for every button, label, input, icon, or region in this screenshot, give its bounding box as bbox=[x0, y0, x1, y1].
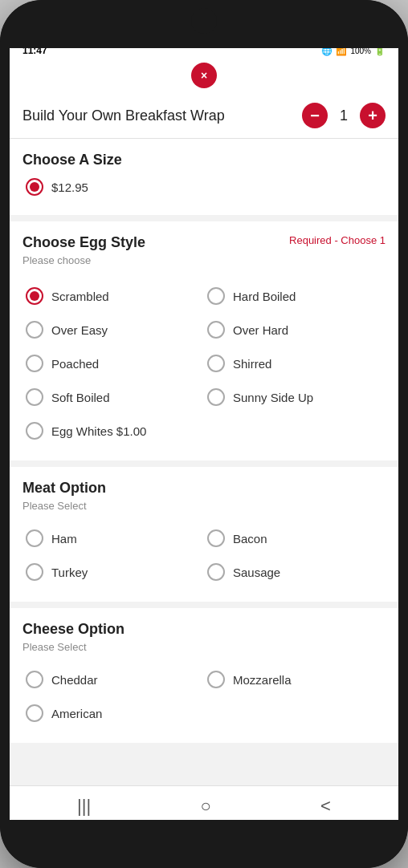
egg-label-shirred: Shirred bbox=[233, 357, 271, 371]
nav-back-icon[interactable]: < bbox=[308, 793, 344, 820]
meat-option-sausage[interactable]: Sausage bbox=[204, 555, 386, 589]
decrease-button[interactable]: − bbox=[302, 103, 328, 128]
size-option-item[interactable]: $12.95 bbox=[22, 172, 386, 202]
egg-option-scrambled[interactable]: Scrambled bbox=[22, 279, 204, 313]
egg-options-grid: Scrambled Hard Boiled Over Easy Over Har… bbox=[22, 279, 386, 414]
cheese-section: Cheese Option Please Select Cheddar Mozz… bbox=[10, 608, 398, 743]
cheese-label-cheddar: Cheddar bbox=[51, 673, 98, 687]
nav-menu-icon[interactable]: ||| bbox=[64, 793, 104, 820]
nav-bar: ||| ○ < bbox=[10, 785, 398, 828]
egg-option-soft-boiled[interactable]: Soft Boiled bbox=[22, 380, 204, 414]
meat-radio-sausage[interactable] bbox=[207, 563, 225, 581]
egg-option-over-easy[interactable]: Over Easy bbox=[22, 313, 204, 347]
signal-icon: 📶 bbox=[336, 46, 347, 56]
cheese-subtitle: Please Select bbox=[22, 641, 386, 653]
battery-icon: 🔋 bbox=[374, 46, 386, 56]
meat-option-ham[interactable]: Ham bbox=[22, 521, 204, 555]
egg-radio-egg-whites[interactable] bbox=[26, 422, 43, 440]
meat-label-turkey: Turkey bbox=[51, 566, 88, 579]
cheese-radio-cheddar[interactable] bbox=[26, 671, 43, 688]
egg-radio-scrambled[interactable] bbox=[26, 287, 43, 305]
egg-radio-poached[interactable] bbox=[26, 355, 43, 372]
cheese-option-mozzarella[interactable]: Mozzarella bbox=[204, 663, 386, 696]
cheese-options-grid: Cheddar Mozzarella bbox=[22, 663, 386, 696]
egg-option-egg-whites[interactable]: Egg Whites $1.00 bbox=[22, 414, 386, 448]
egg-radio-over-hard[interactable] bbox=[207, 321, 225, 339]
meat-radio-bacon[interactable] bbox=[207, 529, 225, 547]
meat-label-sausage: Sausage bbox=[233, 566, 280, 579]
meat-label-bacon: Bacon bbox=[233, 532, 267, 546]
cheese-title: Cheese Option bbox=[22, 621, 386, 638]
egg-style-subtitle: Please choose bbox=[22, 254, 145, 266]
egg-label-scrambled: Scrambled bbox=[51, 290, 109, 303]
meat-section: Meat Option Please Select Ham Bacon Turk… bbox=[10, 467, 398, 602]
egg-label-over-hard: Over Hard bbox=[233, 323, 288, 337]
egg-option-over-hard[interactable]: Over Hard bbox=[204, 313, 386, 347]
egg-label-egg-whites: Egg Whites $1.00 bbox=[51, 424, 146, 438]
meat-options-grid: Ham Bacon Turkey Sausage bbox=[22, 521, 386, 589]
egg-style-title-group: Choose Egg Style Please choose bbox=[22, 234, 145, 276]
status-bar: 11:47 🌐 📶 100% 🔋 bbox=[10, 40, 398, 59]
meat-subtitle: Please Select bbox=[22, 500, 386, 512]
egg-style-header: Choose Egg Style Please choose Required … bbox=[22, 234, 386, 276]
cheese-radio-american[interactable] bbox=[26, 704, 43, 722]
meat-radio-ham[interactable] bbox=[26, 529, 43, 547]
egg-radio-soft-boiled[interactable] bbox=[26, 388, 43, 406]
item-title: Build Your Own Breakfast Wrap bbox=[22, 107, 302, 124]
meat-option-turkey[interactable]: Turkey bbox=[22, 555, 204, 589]
egg-option-sunny-side-up[interactable]: Sunny Side Up bbox=[204, 380, 386, 414]
cheese-option-american[interactable]: American bbox=[22, 696, 386, 730]
battery-text: 100% bbox=[350, 47, 371, 55]
egg-radio-shirred[interactable] bbox=[207, 355, 225, 372]
increase-button[interactable]: + bbox=[360, 103, 386, 128]
header: Build Your Own Breakfast Wrap − 1 + bbox=[10, 95, 398, 139]
size-radio[interactable] bbox=[26, 178, 43, 196]
close-bar: × bbox=[10, 59, 398, 95]
cheese-label-mozzarella: Mozzarella bbox=[233, 673, 292, 687]
egg-label-sunny-side-up: Sunny Side Up bbox=[233, 391, 313, 404]
meat-option-bacon[interactable]: Bacon bbox=[204, 521, 386, 555]
cheese-radio-mozzarella[interactable] bbox=[207, 671, 225, 688]
egg-radio-hard-boiled[interactable] bbox=[207, 287, 225, 305]
egg-radio-sunny-side-up[interactable] bbox=[207, 388, 225, 406]
egg-option-shirred[interactable]: Shirred bbox=[204, 347, 386, 380]
close-button[interactable]: × bbox=[191, 63, 217, 88]
egg-label-over-easy: Over Easy bbox=[51, 323, 108, 337]
egg-required-badge: Required - Choose 1 bbox=[289, 234, 386, 246]
content-scroll[interactable]: Choose A Size $12.95 Choose Egg Style Pl… bbox=[10, 139, 398, 785]
egg-radio-over-easy[interactable] bbox=[26, 321, 43, 339]
egg-option-hard-boiled[interactable]: Hard Boiled bbox=[204, 279, 386, 313]
cheese-label-american: American bbox=[51, 707, 102, 720]
size-title: Choose A Size bbox=[22, 152, 386, 168]
cheese-option-cheddar[interactable]: Cheddar bbox=[22, 663, 204, 696]
egg-label-hard-boiled: Hard Boiled bbox=[233, 290, 296, 303]
meat-title: Meat Option bbox=[22, 480, 386, 497]
meat-radio-turkey[interactable] bbox=[26, 563, 43, 581]
meat-label-ham: Ham bbox=[51, 532, 77, 546]
egg-style-section: Choose Egg Style Please choose Required … bbox=[10, 221, 398, 460]
screen: 11:47 🌐 📶 100% 🔋 × Build Your Own Breakf… bbox=[10, 40, 398, 828]
status-time: 11:47 bbox=[22, 45, 47, 56]
notch bbox=[191, 8, 217, 34]
wifi-icon: 🌐 bbox=[321, 46, 333, 56]
quantity-value: 1 bbox=[337, 107, 350, 124]
phone-frame: 11:47 🌐 📶 100% 🔋 × Build Your Own Breakf… bbox=[0, 0, 408, 868]
nav-home-icon[interactable]: ○ bbox=[187, 793, 223, 820]
egg-label-soft-boiled: Soft Boiled bbox=[51, 391, 110, 404]
size-section: Choose A Size $12.95 bbox=[10, 139, 398, 215]
size-option-label: $12.95 bbox=[51, 180, 88, 194]
egg-label-poached: Poached bbox=[51, 357, 99, 371]
egg-style-title: Choose Egg Style bbox=[22, 234, 145, 251]
egg-option-poached[interactable]: Poached bbox=[22, 347, 204, 380]
status-icons: 🌐 📶 100% 🔋 bbox=[321, 46, 386, 56]
quantity-control: − 1 + bbox=[302, 103, 386, 128]
